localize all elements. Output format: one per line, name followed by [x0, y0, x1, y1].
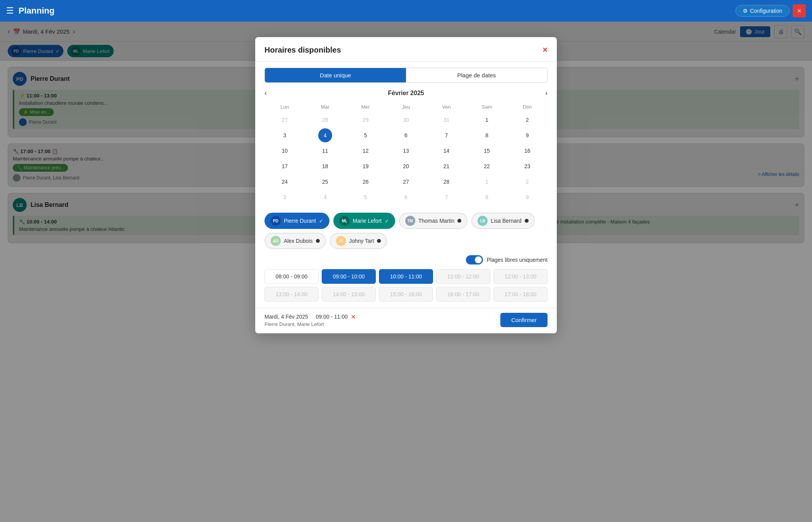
time-slot-1100: 11:00 - 12:00	[436, 269, 490, 284]
chip-avatar-johny: JT	[336, 236, 346, 246]
cal-day[interactable]: 22	[480, 159, 494, 173]
cal-day[interactable]: 1	[480, 113, 494, 127]
cal-head-mar: Mar	[305, 102, 346, 112]
cal-day[interactable]: 1	[480, 175, 494, 189]
cal-day[interactable]: 21	[440, 159, 454, 173]
cal-head-mer: Mer	[345, 102, 386, 112]
app-close-button[interactable]: ×	[793, 4, 806, 17]
cal-day[interactable]: 5	[358, 190, 372, 204]
cal-day[interactable]: 27	[399, 175, 413, 189]
modal-close-button[interactable]: ×	[542, 45, 548, 55]
free-slots-toggle[interactable]	[466, 255, 483, 264]
footer-info: Mardi, 4 Fév 2025 09:00 - 11:00 ✕ Pierre…	[264, 313, 356, 327]
cal-day[interactable]: 5	[358, 128, 372, 142]
cal-day[interactable]: 8	[480, 128, 494, 142]
cal-day[interactable]: 9	[520, 128, 534, 142]
cal-day[interactable]: 30	[399, 113, 413, 127]
cal-day[interactable]: 7	[440, 128, 454, 142]
modal-horaires: Horaires disponibles × Date unique Plage…	[255, 37, 557, 333]
cal-day[interactable]: 2	[520, 113, 534, 127]
cal-day[interactable]: 26	[358, 175, 372, 189]
cal-day[interactable]: 9	[520, 190, 534, 204]
cal-day[interactable]: 3	[278, 190, 292, 204]
chip-marie[interactable]: ML Marie Lefort ✓	[333, 213, 395, 229]
calendar-wrap: ‹ Février 2025 › Lun Mar Mer Jeu Ven Sam…	[255, 83, 557, 211]
chip-avatar-thomas: TM	[405, 216, 415, 226]
cal-day[interactable]: 8	[480, 190, 494, 204]
cal-day[interactable]: 7	[440, 190, 454, 204]
cal-day[interactable]: 15	[480, 144, 494, 158]
modal-overlay: Horaires disponibles × Date unique Plage…	[0, 22, 812, 522]
chip-name: Lisa Bernard	[491, 218, 521, 224]
chip-lisa[interactable]: LB Lisa Bernard	[471, 213, 534, 229]
cal-head-sam: Sam	[467, 102, 507, 112]
chip-avatar-lisa: LB	[478, 216, 488, 226]
cal-day[interactable]: 12	[358, 144, 372, 158]
chip-thomas[interactable]: TM Thomas Martin	[399, 213, 467, 229]
cal-day[interactable]: 10	[278, 144, 292, 158]
cal-day[interactable]: 20	[399, 159, 413, 173]
topbar-right: ⚙ Configuration ×	[735, 4, 806, 17]
cal-day[interactable]: 4	[318, 190, 332, 204]
plage-dates-button[interactable]: Plage de dates	[406, 68, 547, 82]
chip-name: Pierre Durant	[284, 218, 316, 224]
chip-dot	[316, 239, 320, 243]
cal-day[interactable]: 28	[440, 175, 454, 189]
chip-johny[interactable]: JT Johny Tart	[330, 233, 387, 249]
cal-day[interactable]: 27	[278, 113, 292, 127]
chip-name: Marie Lefort	[353, 218, 382, 224]
chip-check: ✓	[385, 218, 389, 224]
cal-day[interactable]: 14	[440, 144, 454, 158]
chip-check: ✓	[319, 218, 323, 224]
cal-day[interactable]: 13	[399, 144, 413, 158]
chip-pierre[interactable]: PD Pierre Durant ✓	[264, 213, 329, 229]
cal-day[interactable]: 19	[358, 159, 372, 173]
cal-day[interactable]: 23	[520, 159, 534, 173]
confirm-button[interactable]: Confirmer	[500, 313, 548, 327]
cal-head-jeu: Jeu	[386, 102, 426, 112]
date-toggle: Date unique Plage de dates	[264, 68, 548, 83]
cancel-time-button[interactable]: ✕	[351, 313, 356, 321]
chip-dot	[457, 219, 461, 223]
cal-nav: ‹ Février 2025 ›	[264, 89, 548, 97]
people-selector: PD Pierre Durant ✓ ML Marie Lefort ✓ TM …	[255, 211, 557, 255]
chip-avatar-alex: AD	[271, 236, 281, 246]
cal-day[interactable]: 6	[399, 190, 413, 204]
cal-head-dim: Dim	[507, 102, 548, 112]
cal-day[interactable]: 11	[318, 144, 332, 158]
cal-day[interactable]: 3	[278, 128, 292, 142]
time-slot-1500: 15:00 - 16:00	[379, 287, 433, 302]
toggle-row: Plages libres uniquement	[255, 255, 557, 269]
menu-icon[interactable]: ☰	[6, 6, 14, 16]
modal-title: Horaires disponibles	[264, 46, 341, 55]
topbar-left: ☰ Planning	[6, 6, 55, 16]
cal-day[interactable]: 29	[358, 113, 372, 127]
chip-avatar-marie: ML	[339, 216, 350, 226]
time-slot-1000[interactable]: 10:00 - 11:00	[379, 269, 433, 284]
cal-day[interactable]: 18	[318, 159, 332, 173]
chip-alex[interactable]: AD Alex Dubois	[264, 233, 326, 249]
date-unique-button[interactable]: Date unique	[265, 68, 406, 82]
cal-day[interactable]: 16	[520, 144, 534, 158]
time-slot-1300: 13:00 - 14:00	[264, 287, 319, 302]
time-slot-0900[interactable]: 09:00 - 10:00	[322, 269, 376, 284]
modal-header: Horaires disponibles ×	[255, 37, 557, 61]
cal-day[interactable]: 2	[520, 175, 534, 189]
cal-next-button[interactable]: ›	[545, 89, 548, 97]
cal-day-selected[interactable]: 4	[318, 128, 332, 142]
cal-day[interactable]: 25	[318, 175, 332, 189]
cal-day[interactable]: 31	[440, 113, 454, 127]
cal-head-ven: Ven	[426, 102, 467, 112]
configuration-button[interactable]: ⚙ Configuration	[735, 5, 790, 17]
time-slots: 08:00 - 09:00 09:00 - 10:00 10:00 - 11:0…	[255, 269, 557, 308]
toggle-label: Plages libres uniquement	[487, 257, 548, 263]
cal-day[interactable]: 17	[278, 159, 292, 173]
time-slot-0800[interactable]: 08:00 - 09:00	[264, 269, 319, 284]
cal-day[interactable]: 28	[318, 113, 332, 127]
cal-day[interactable]: 24	[278, 175, 292, 189]
time-slot-1200: 12:00 - 13:00	[493, 269, 548, 284]
cal-prev-button[interactable]: ‹	[264, 89, 267, 97]
chip-name: Alex Dubois	[284, 238, 313, 244]
cal-month: Février 2025	[388, 90, 424, 97]
cal-day[interactable]: 6	[399, 128, 413, 142]
